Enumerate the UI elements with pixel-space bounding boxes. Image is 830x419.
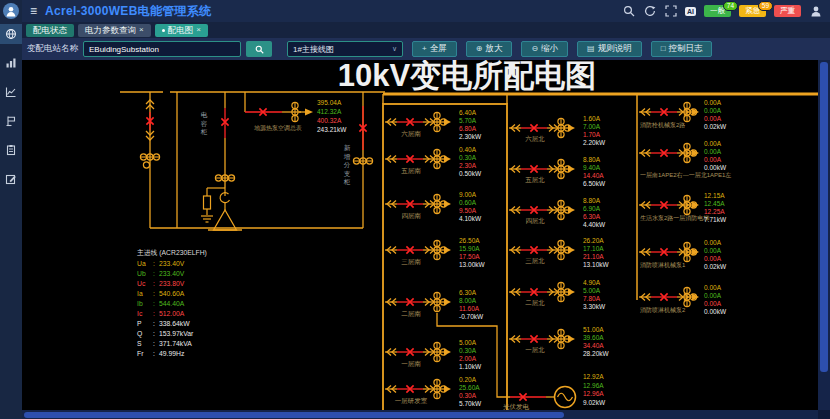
feeder-branch[interactable]: 六层北1.60A7.00A1.70A2.20kW <box>509 115 606 146</box>
alarm-badge-general[interactable]: 一般74 <box>704 5 731 17</box>
svg-text:5.00A: 5.00A <box>459 339 477 346</box>
zoom-out-button[interactable]: ⊖缩小 <box>521 41 568 57</box>
svg-text:8.80A: 8.80A <box>583 156 601 163</box>
svg-text:3.30kW: 3.30kW <box>583 303 606 310</box>
scrollbar-thumb[interactable] <box>24 412 564 418</box>
tab-distribution-status[interactable]: 配电状态 <box>26 24 74 37</box>
alarm-badge-critical[interactable]: 严重 <box>774 5 801 17</box>
sidebar-item-report[interactable] <box>0 140 22 160</box>
svg-text:0.00A: 0.00A <box>704 239 722 246</box>
diagram-select[interactable]: 1#主接线图 ∨ <box>287 41 403 57</box>
heat-pump-branch[interactable]: 地源热泵空调总表395.04A412.32A400.32A243.21kW <box>245 92 347 133</box>
svg-text:二层北: 二层北 <box>525 299 545 307</box>
svg-text:增: 增 <box>343 153 351 161</box>
user-icon[interactable] <box>809 5 822 18</box>
svg-text:9.50A: 9.50A <box>459 207 477 214</box>
feeder-branch[interactable]: 一层南5.00A0.30A2.00A1.10kW <box>385 339 482 370</box>
horizontal-scrollbar[interactable] <box>22 410 818 419</box>
svg-text:15.90A: 15.90A <box>459 245 480 252</box>
station-name-input[interactable] <box>83 41 241 57</box>
close-icon[interactable]: × <box>139 26 144 34</box>
feeder-branch[interactable]: 三层南26.50A15.90A17.50A13.00kW <box>385 237 486 268</box>
refresh-icon[interactable] <box>643 5 656 18</box>
ai-icon[interactable]: AI <box>685 7 696 16</box>
sidebar-item-line-chart[interactable] <box>0 82 22 102</box>
tab-distribution-diagram[interactable]: 配电图× <box>155 24 208 37</box>
svg-text:0.00A: 0.00A <box>704 115 722 122</box>
station-name-label: 变配电站名称 <box>27 43 78 55</box>
diagram-title: 10kV变电所配电图 <box>338 60 596 93</box>
chevron-down-icon: ∨ <box>392 45 397 53</box>
feeder-branch[interactable]: 四层北8.80A6.90A6.30A4.40kW <box>509 197 606 228</box>
svg-text::: : <box>153 280 155 287</box>
feeder-branch[interactable]: 一层研发室0.20A25.60A0.30A5.70kW <box>385 376 482 407</box>
feeder-branch[interactable]: 消防喷淋机械泵20.00A0.00A0.00A0.00kW <box>639 284 727 315</box>
alarm-badge-urgent[interactable]: 紧急59 <box>739 5 766 17</box>
svg-text:51.00A: 51.00A <box>583 326 604 333</box>
svg-text:412.32A: 412.32A <box>317 108 342 115</box>
clipboard-icon <box>5 144 17 156</box>
tab-power-parameter-query[interactable]: 电力参数查询× <box>78 24 151 37</box>
feeder-branch[interactable]: 六层南6.40A5.70A6.80A2.30kW <box>385 109 482 140</box>
svg-text:0.00A: 0.00A <box>704 284 722 291</box>
feeder-branch[interactable]: 一层南1APE2右—一层北1APE1左0.00A0.00A0.00A0.00kW <box>639 140 731 179</box>
svg-text::: : <box>153 290 155 297</box>
svg-text:0.02kW: 0.02kW <box>704 123 727 130</box>
svg-text:一层南: 一层南 <box>401 360 421 367</box>
edit-icon <box>5 173 17 185</box>
avatar[interactable] <box>3 3 19 19</box>
svg-text:0.30A: 0.30A <box>459 154 477 161</box>
feeder-branch[interactable]: 三层北26.20A17.10A21.10A13.10kW <box>509 237 610 268</box>
svg-text:光伏发电: 光伏发电 <box>503 403 530 410</box>
tab-label: 配电状态 <box>33 26 67 35</box>
svg-text:6.40A: 6.40A <box>459 109 477 116</box>
svg-text:6.50kW: 6.50kW <box>583 180 606 187</box>
zoom-in-button[interactable]: ⊕放大 <box>466 41 513 57</box>
svg-text:26.20A: 26.20A <box>583 237 604 244</box>
main-incoming-feeder[interactable] <box>140 92 160 228</box>
user-avatar-icon <box>5 5 17 17</box>
fullscreen-button[interactable]: +全屏 <box>412 41 457 57</box>
svg-text:消防喷淋机械泵1: 消防喷淋机械泵1 <box>640 261 686 269</box>
vertical-scrollbar[interactable] <box>818 60 830 419</box>
svg-text:12.96A: 12.96A <box>583 382 604 389</box>
svg-text:Ua: Ua <box>137 260 146 267</box>
svg-text:电: 电 <box>201 111 208 118</box>
svg-text::: : <box>153 300 155 307</box>
close-icon[interactable]: × <box>196 26 201 34</box>
menu-icon[interactable]: ≡ <box>30 5 37 17</box>
scrollbar-thumb[interactable] <box>820 62 828 372</box>
feeder-branch[interactable]: 一层北51.00A39.60A34.40A28.20kW <box>509 326 610 357</box>
svg-text:6.90A: 6.90A <box>583 205 601 212</box>
svg-text:支: 支 <box>344 170 351 178</box>
feeder-branch[interactable]: 二层北4.90A5.00A7.80A3.30kW <box>509 279 606 310</box>
search-button[interactable] <box>246 41 272 57</box>
feeder-branch[interactable]: 五层南0.40A0.30A2.30A0.50kW <box>385 146 482 177</box>
sidebar-item-ranking[interactable] <box>0 111 22 131</box>
rule-description-button[interactable]: ▤规则说明 <box>577 41 642 57</box>
control-log-button[interactable]: □控制日志 <box>651 41 713 57</box>
search-icon[interactable] <box>622 5 635 18</box>
diagram-canvas: 10kV变电所配电图电容柜新增分支柜地源热泵空调总表395.04A412.32A… <box>22 60 818 410</box>
svg-text:512.00A: 512.00A <box>159 310 185 317</box>
feeder-branch[interactable]: 消防栓机械泵2路0.00A0.00A0.00A0.02kW <box>639 99 727 130</box>
svg-text:Ic: Ic <box>137 310 143 317</box>
svg-text:7.71kW: 7.71kW <box>704 216 727 223</box>
feeder-branch[interactable]: 五层北8.80A9.40A14.40A6.50kW <box>509 156 606 187</box>
feeder-branch[interactable]: 生活水泵2路一层消防电梯12.15A12.45A12.25A7.71kW <box>639 192 727 223</box>
svg-text:13.10kW: 13.10kW <box>583 261 610 268</box>
feeder-branch[interactable]: 四层南9.00A0.60A9.50A4.10kW <box>385 191 482 222</box>
feeder-branch[interactable]: 消防喷淋机械泵10.00A0.00A0.00A0.02kW <box>639 239 727 270</box>
feeder-branch[interactable]: 二层南6.30A8.00A11.60A-0.70kW <box>385 289 484 320</box>
globe-icon <box>5 28 17 40</box>
sidebar-item-monitor[interactable] <box>0 24 22 44</box>
svg-text:一层研发室: 一层研发室 <box>395 397 428 404</box>
tab-bar: 配电状态 电力参数查询× 配电图× <box>22 22 830 38</box>
svg-text:0.30A: 0.30A <box>459 347 477 354</box>
sidebar-item-edit[interactable] <box>0 169 22 189</box>
new-branch-cabinet-feeder[interactable] <box>353 92 373 228</box>
svg-text:371.74kVA: 371.74kVA <box>159 340 192 347</box>
fullscreen-icon[interactable] <box>664 5 677 18</box>
sidebar-item-bar-chart[interactable] <box>0 53 22 73</box>
svg-text:0.00A: 0.00A <box>704 255 722 262</box>
